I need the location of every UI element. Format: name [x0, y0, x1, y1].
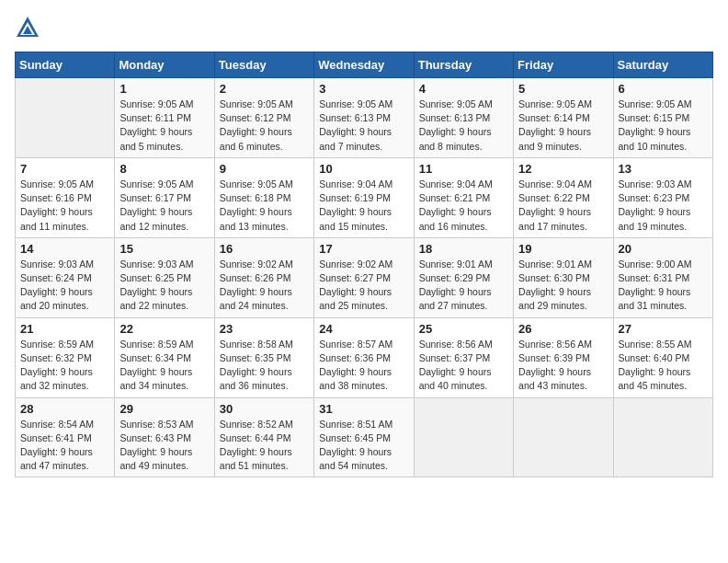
day-info: Sunrise: 9:05 AMSunset: 6:17 PMDaylight:… — [119, 178, 209, 234]
day-number: 3 — [319, 82, 408, 96]
day-number: 17 — [319, 242, 408, 256]
calendar-cell: 13Sunrise: 9:03 AMSunset: 6:23 PMDayligh… — [613, 157, 712, 237]
day-info: Sunrise: 8:51 AMSunset: 6:45 PMDaylight:… — [319, 418, 408, 474]
day-info: Sunrise: 9:04 AMSunset: 6:19 PMDaylight:… — [319, 178, 408, 234]
column-header-tuesday: Tuesday — [214, 52, 313, 78]
calendar-cell: 21Sunrise: 8:59 AMSunset: 6:32 PMDayligh… — [16, 317, 115, 397]
day-info: Sunrise: 9:05 AMSunset: 6:13 PMDaylight:… — [419, 98, 508, 154]
day-info: Sunrise: 9:03 AMSunset: 6:24 PMDaylight:… — [20, 258, 109, 314]
day-number: 7 — [20, 162, 109, 176]
column-header-sunday: Sunday — [16, 52, 115, 78]
day-info: Sunrise: 9:03 AMSunset: 6:23 PMDaylight:… — [619, 178, 708, 234]
day-number: 18 — [419, 242, 508, 256]
day-info: Sunrise: 9:05 AMSunset: 6:12 PMDaylight:… — [220, 98, 309, 154]
day-number: 31 — [319, 402, 408, 416]
calendar-cell: 9Sunrise: 9:05 AMSunset: 6:18 PMDaylight… — [214, 157, 313, 237]
calendar-cell: 20Sunrise: 9:00 AMSunset: 6:31 PMDayligh… — [613, 237, 712, 317]
calendar-week-row: 1Sunrise: 9:05 AMSunset: 6:11 PMDaylight… — [16, 78, 713, 158]
calendar-cell: 8Sunrise: 9:05 AMSunset: 6:17 PMDaylight… — [115, 157, 214, 237]
day-info: Sunrise: 9:04 AMSunset: 6:21 PMDaylight:… — [419, 178, 508, 234]
calendar-cell: 6Sunrise: 9:05 AMSunset: 6:15 PMDaylight… — [613, 78, 712, 158]
day-number: 30 — [220, 402, 309, 416]
calendar-cell: 29Sunrise: 8:53 AMSunset: 6:43 PMDayligh… — [115, 397, 214, 477]
column-header-wednesday: Wednesday — [314, 52, 414, 78]
calendar-header-row: SundayMondayTuesdayWednesdayThursdayFrid… — [16, 52, 713, 78]
day-number: 12 — [518, 162, 608, 176]
calendar-week-row: 14Sunrise: 9:03 AMSunset: 6:24 PMDayligh… — [16, 237, 713, 317]
day-info: Sunrise: 9:01 AMSunset: 6:30 PMDaylight:… — [518, 258, 608, 314]
day-info: Sunrise: 8:56 AMSunset: 6:39 PMDaylight:… — [518, 338, 608, 394]
calendar-cell: 15Sunrise: 9:03 AMSunset: 6:25 PMDayligh… — [115, 237, 214, 317]
day-info: Sunrise: 9:05 AMSunset: 6:15 PMDaylight:… — [619, 98, 708, 154]
day-number: 28 — [20, 402, 109, 416]
day-number: 8 — [119, 162, 209, 176]
day-info: Sunrise: 8:55 AMSunset: 6:40 PMDaylight:… — [619, 338, 708, 394]
calendar-cell: 16Sunrise: 9:02 AMSunset: 6:26 PMDayligh… — [214, 237, 313, 317]
day-number: 25 — [419, 322, 508, 336]
logo — [15, 15, 44, 40]
calendar-cell: 23Sunrise: 8:58 AMSunset: 6:35 PMDayligh… — [214, 317, 313, 397]
day-number: 2 — [220, 82, 309, 96]
day-info: Sunrise: 9:04 AMSunset: 6:22 PMDaylight:… — [518, 178, 608, 234]
day-number: 20 — [619, 242, 708, 256]
day-info: Sunrise: 8:53 AMSunset: 6:43 PMDaylight:… — [119, 418, 209, 474]
calendar-cell: 7Sunrise: 9:05 AMSunset: 6:16 PMDaylight… — [16, 157, 115, 237]
day-number: 1 — [119, 82, 209, 96]
calendar-cell — [514, 397, 613, 477]
calendar-week-row: 7Sunrise: 9:05 AMSunset: 6:16 PMDaylight… — [16, 157, 713, 237]
day-number: 14 — [20, 242, 109, 256]
calendar-cell — [16, 78, 115, 158]
calendar-cell: 30Sunrise: 8:52 AMSunset: 6:44 PMDayligh… — [214, 397, 313, 477]
calendar-cell: 25Sunrise: 8:56 AMSunset: 6:37 PMDayligh… — [414, 317, 513, 397]
day-number: 4 — [419, 82, 508, 96]
day-info: Sunrise: 9:05 AMSunset: 6:18 PMDaylight:… — [220, 178, 309, 234]
calendar-cell: 2Sunrise: 9:05 AMSunset: 6:12 PMDaylight… — [214, 78, 313, 158]
calendar-cell — [613, 397, 712, 477]
day-info: Sunrise: 8:58 AMSunset: 6:35 PMDaylight:… — [220, 338, 309, 394]
day-info: Sunrise: 8:57 AMSunset: 6:36 PMDaylight:… — [319, 338, 408, 394]
calendar-cell: 14Sunrise: 9:03 AMSunset: 6:24 PMDayligh… — [16, 237, 115, 317]
day-number: 24 — [319, 322, 408, 336]
day-number: 26 — [518, 322, 608, 336]
calendar-cell: 17Sunrise: 9:02 AMSunset: 6:27 PMDayligh… — [314, 237, 414, 317]
calendar-cell — [414, 397, 513, 477]
day-info: Sunrise: 9:01 AMSunset: 6:29 PMDaylight:… — [419, 258, 508, 314]
calendar-cell: 18Sunrise: 9:01 AMSunset: 6:29 PMDayligh… — [414, 237, 513, 317]
calendar-cell: 12Sunrise: 9:04 AMSunset: 6:22 PMDayligh… — [514, 157, 613, 237]
day-info: Sunrise: 9:05 AMSunset: 6:13 PMDaylight:… — [319, 98, 408, 154]
day-info: Sunrise: 9:05 AMSunset: 6:11 PMDaylight:… — [119, 98, 209, 154]
day-number: 19 — [518, 242, 608, 256]
day-info: Sunrise: 8:59 AMSunset: 6:34 PMDaylight:… — [119, 338, 209, 394]
day-number: 22 — [119, 322, 209, 336]
day-number: 5 — [518, 82, 608, 96]
calendar-cell: 4Sunrise: 9:05 AMSunset: 6:13 PMDaylight… — [414, 78, 513, 158]
day-info: Sunrise: 9:02 AMSunset: 6:26 PMDaylight:… — [220, 258, 309, 314]
day-number: 13 — [619, 162, 708, 176]
day-info: Sunrise: 9:05 AMSunset: 6:16 PMDaylight:… — [20, 178, 109, 234]
day-info: Sunrise: 8:59 AMSunset: 6:32 PMDaylight:… — [20, 338, 109, 394]
day-number: 11 — [419, 162, 508, 176]
column-header-friday: Friday — [514, 52, 613, 78]
calendar-cell: 3Sunrise: 9:05 AMSunset: 6:13 PMDaylight… — [314, 78, 414, 158]
day-number: 29 — [119, 402, 209, 416]
calendar-cell: 22Sunrise: 8:59 AMSunset: 6:34 PMDayligh… — [115, 317, 214, 397]
day-number: 9 — [220, 162, 309, 176]
calendar-cell: 11Sunrise: 9:04 AMSunset: 6:21 PMDayligh… — [414, 157, 513, 237]
calendar-week-row: 21Sunrise: 8:59 AMSunset: 6:32 PMDayligh… — [16, 317, 713, 397]
day-info: Sunrise: 8:56 AMSunset: 6:37 PMDaylight:… — [419, 338, 508, 394]
day-info: Sunrise: 8:52 AMSunset: 6:44 PMDaylight:… — [220, 418, 309, 474]
calendar-week-row: 28Sunrise: 8:54 AMSunset: 6:41 PMDayligh… — [16, 397, 713, 477]
day-info: Sunrise: 9:03 AMSunset: 6:25 PMDaylight:… — [119, 258, 209, 314]
day-info: Sunrise: 9:05 AMSunset: 6:14 PMDaylight:… — [518, 98, 608, 154]
calendar-cell: 28Sunrise: 8:54 AMSunset: 6:41 PMDayligh… — [16, 397, 115, 477]
calendar-cell: 19Sunrise: 9:01 AMSunset: 6:30 PMDayligh… — [514, 237, 613, 317]
day-number: 21 — [20, 322, 109, 336]
day-number: 16 — [220, 242, 309, 256]
logo-icon — [15, 15, 40, 40]
column-header-monday: Monday — [115, 52, 214, 78]
calendar-cell: 27Sunrise: 8:55 AMSunset: 6:40 PMDayligh… — [613, 317, 712, 397]
day-info: Sunrise: 8:54 AMSunset: 6:41 PMDaylight:… — [20, 418, 109, 474]
day-number: 10 — [319, 162, 408, 176]
page-header — [15, 15, 713, 40]
column-header-thursday: Thursday — [414, 52, 513, 78]
